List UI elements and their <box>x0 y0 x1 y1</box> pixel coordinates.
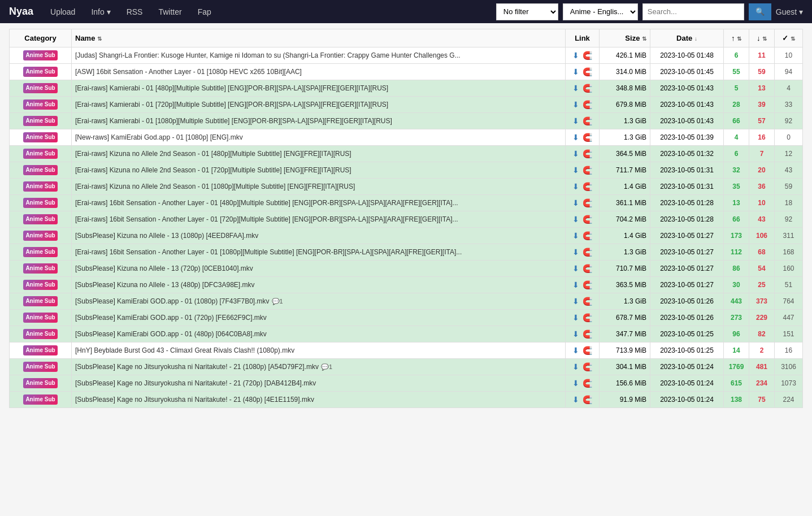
torrent-name-link[interactable]: [Erai-raws] Kizuna no Allele 2nd Season … <box>75 183 355 190</box>
col-link: Link <box>566 29 600 47</box>
download-icon[interactable]: ⬇ <box>572 313 579 322</box>
search-input[interactable] <box>642 3 744 20</box>
magnet-icon[interactable]: 🧲 <box>583 346 592 355</box>
name-cell: [SubsPlease] KamiErabi GOD.app - 01 (108… <box>72 293 566 310</box>
download-icon[interactable]: ⬇ <box>572 133 579 142</box>
torrent-name-link[interactable]: [Erai-raws] 16bit Sensation - Another La… <box>75 248 462 256</box>
magnet-icon[interactable]: 🧲 <box>583 182 592 191</box>
filter-select[interactable]: No filter No remakes Trusted only <box>496 3 558 20</box>
col-leechers[interactable]: ↓ ⇅ <box>749 29 775 47</box>
torrent-name-link[interactable]: [SubsPlease] KamiErabi GOD.app - 01 (480… <box>75 330 267 338</box>
seeders-cell: 86 <box>724 261 749 277</box>
download-icon[interactable]: ⬇ <box>572 248 579 257</box>
torrent-name-link[interactable]: [HnY] Beyblade Burst God 43 - ClimaxI Gr… <box>75 346 294 354</box>
magnet-icon[interactable]: 🧲 <box>583 297 592 306</box>
table-row: Anime Sub[Erai-raws] Kamierabi - 01 [108… <box>10 113 803 129</box>
download-icon[interactable]: ⬇ <box>572 297 579 306</box>
download-icon[interactable]: ⬇ <box>572 362 579 371</box>
torrent-name-link[interactable]: [Erai-raws] 16bit Sensation - Another La… <box>75 199 458 207</box>
download-icon[interactable]: ⬇ <box>572 149 579 158</box>
download-icon[interactable]: ⬇ <box>572 231 579 240</box>
magnet-icon[interactable]: 🧲 <box>583 215 592 224</box>
download-icon[interactable]: ⬇ <box>572 51 579 60</box>
size-cell: 314.0 MiB <box>600 64 650 80</box>
torrent-name-link[interactable]: [SubsPlease] KamiErabi GOD.app - 01 (108… <box>75 297 270 305</box>
download-icon[interactable]: ⬇ <box>572 215 579 224</box>
download-icon[interactable]: ⬇ <box>572 280 579 289</box>
magnet-icon[interactable]: 🧲 <box>583 329 592 339</box>
category-select[interactable]: Anime - Englis... <box>563 3 638 20</box>
upload-link[interactable]: Upload <box>45 5 81 19</box>
twitter-link[interactable]: Twitter <box>153 5 187 19</box>
col-date[interactable]: Date ↓ <box>650 29 724 47</box>
category-badge: Anime Sub <box>23 116 57 126</box>
torrent-name-link[interactable]: [Judas] Shangri-La Frontier: Kusoge Hunt… <box>75 51 461 59</box>
info-dropdown[interactable]: Info ▾ <box>85 5 116 19</box>
torrent-name-link[interactable]: [SubsPlease] Kizuna no Allele - 13 (480p… <box>75 281 255 289</box>
torrent-name-link[interactable]: [Erai-raws] Kamierabi - 01 [720p][Multip… <box>75 101 388 109</box>
torrent-name-link[interactable]: [Erai-raws] Kamierabi - 01 [480p][Multip… <box>75 84 388 92</box>
torrent-name-link[interactable]: [ASW] 16bit Sensation - Another Layer - … <box>75 68 302 76</box>
download-icon[interactable]: ⬇ <box>572 198 579 207</box>
magnet-icon[interactable]: 🧲 <box>583 231 592 240</box>
magnet-icon[interactable]: 🧲 <box>583 51 592 60</box>
download-icon[interactable]: ⬇ <box>572 166 579 175</box>
magnet-icon[interactable]: 🧲 <box>583 198 592 207</box>
category-cell: Anime Sub <box>10 228 72 244</box>
col-size[interactable]: Size ⇅ <box>600 29 650 47</box>
magnet-icon[interactable]: 🧲 <box>583 313 592 322</box>
torrent-name-link[interactable]: [SubsPlease] Kizuna no Allele - 13 (1080… <box>75 232 258 240</box>
download-icon[interactable]: ⬇ <box>572 84 579 93</box>
name-cell: [SubsPlease] Kizuna no Allele - 13 (480p… <box>72 277 566 293</box>
torrent-name-link[interactable]: [SubsPlease] Kage no Jitsuryokusha ni Na… <box>75 379 316 387</box>
torrent-name-link[interactable]: [Erai-raws] Kizuna no Allele 2nd Season … <box>75 166 351 174</box>
category-cell: Anime Sub <box>10 211 72 228</box>
size-cell: 704.2 MiB <box>600 211 650 228</box>
torrent-name-link[interactable]: [SubsPlease] Kizuna no Allele - 13 (720p… <box>75 264 253 272</box>
link-cell: ⬇🧲 <box>566 310 600 326</box>
magnet-icon[interactable]: 🧲 <box>583 116 592 125</box>
col-name[interactable]: Name ⇅ <box>72 29 566 47</box>
download-icon[interactable]: ⬇ <box>572 116 579 125</box>
torrent-name-link[interactable]: [SubsPlease] Kage no Jitsuryokusha ni Na… <box>75 396 314 404</box>
download-icon[interactable]: ⬇ <box>572 264 579 273</box>
magnet-icon[interactable]: 🧲 <box>583 100 592 109</box>
rss-link[interactable]: RSS <box>121 5 149 19</box>
category-badge: Anime Sub <box>23 329 57 339</box>
download-icon[interactable]: ⬇ <box>572 67 579 76</box>
torrent-name-link[interactable]: [SubsPlease] KamiErabi GOD.app - 01 (720… <box>75 314 267 322</box>
search-button[interactable]: 🔍 <box>749 3 771 20</box>
magnet-icon[interactable]: 🧲 <box>583 133 592 142</box>
guest-menu[interactable]: Guest ▾ <box>776 7 803 16</box>
magnet-icon[interactable]: 🧲 <box>583 248 592 257</box>
torrent-name-link[interactable]: [New-raws] KamiErabi God.app - 01 [1080p… <box>75 133 243 141</box>
download-icon[interactable]: ⬇ <box>572 346 579 355</box>
download-icon[interactable]: ⬇ <box>572 395 579 404</box>
torrent-name-link[interactable]: [Erai-raws] Kizuna no Allele 2nd Season … <box>75 150 351 158</box>
date-cell: 2023-10-05 01:43 <box>650 80 724 97</box>
completed-cell: 10 <box>775 47 803 64</box>
date-cell: 2023-10-05 01:24 <box>650 392 724 408</box>
col-completed[interactable]: ✓ ⇅ <box>775 29 803 47</box>
col-seeders[interactable]: ↑ ⇅ <box>724 29 749 47</box>
magnet-icon[interactable]: 🧲 <box>583 67 592 76</box>
magnet-icon[interactable]: 🧲 <box>583 280 592 289</box>
table-row: Anime Sub[SubsPlease] KamiErabi GOD.app … <box>10 293 803 310</box>
download-icon[interactable]: ⬇ <box>572 100 579 109</box>
torrent-name-link[interactable]: [Erai-raws] 16bit Sensation - Another La… <box>75 215 458 223</box>
magnet-icon[interactable]: 🧲 <box>583 264 592 273</box>
torrent-name-link[interactable]: [SubsPlease] Kage no Jitsuryokusha ni Na… <box>75 363 319 371</box>
magnet-icon[interactable]: 🧲 <box>583 395 592 404</box>
magnet-icon[interactable]: 🧲 <box>583 84 592 93</box>
fap-link[interactable]: Fap <box>192 5 217 19</box>
magnet-icon[interactable]: 🧲 <box>583 149 592 158</box>
download-icon[interactable]: ⬇ <box>572 182 579 191</box>
brand-logo[interactable]: Nyaa <box>9 6 33 18</box>
magnet-icon[interactable]: 🧲 <box>583 362 592 371</box>
download-icon[interactable]: ⬇ <box>572 329 579 339</box>
torrent-name-link[interactable]: [Erai-raws] Kamierabi - 01 [1080p][Multi… <box>75 117 392 125</box>
magnet-icon[interactable]: 🧲 <box>583 166 592 175</box>
download-icon[interactable]: ⬇ <box>572 379 579 388</box>
magnet-icon[interactable]: 🧲 <box>583 379 592 388</box>
category-badge: Anime Sub <box>23 50 57 60</box>
